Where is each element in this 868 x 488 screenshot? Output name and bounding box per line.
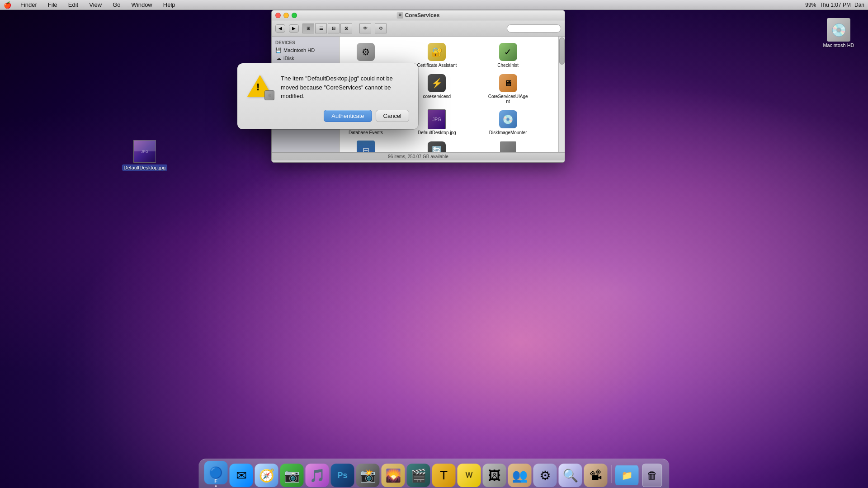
iphoto-dock-icon: 🌄 — [382, 464, 405, 487]
coreservicesd-icon: ⚡ — [427, 73, 447, 93]
finder-titlebar: ⚙ CoreServices — [272, 10, 565, 20]
view-list[interactable]: ☰ — [315, 23, 327, 33]
finder-item-coreservicesd[interactable]: ⚡ coreservicesd — [414, 71, 459, 106]
alert-buttons: Authenticate Cancel — [246, 110, 409, 122]
cancel-button[interactable]: Cancel — [376, 110, 409, 122]
back-button[interactable]: ◀ — [275, 24, 285, 33]
mail-dock-icon: ✉ — [230, 464, 253, 487]
dock-facetime[interactable]: 📷 — [280, 464, 304, 487]
alert-message: The item "DefaultDesktop.jpg" could not … — [281, 72, 409, 101]
folder-dock-icon: 📁 — [615, 464, 639, 487]
hd-sidebar-icon: 💾 — [275, 47, 282, 53]
finder-dock-icon: 🔵 F — [204, 461, 228, 484]
sidebar-idisk[interactable]: ☁ iDisk — [272, 54, 339, 62]
sidebar-macintosh-hd[interactable]: 💾 Macintosh HD — [272, 46, 339, 54]
finder-item-diskimage[interactable]: 💿 DiskImageMounter — [486, 108, 531, 137]
menubar-right: 99% Thu 1:07 PM Dan — [805, 2, 864, 8]
desktop-file-icon[interactable]: JPG DefaultDesktop.jpg — [127, 140, 163, 171]
dock-dvd[interactable]: 📽 — [584, 464, 608, 487]
dock-folder-item[interactable]: 📁 — [615, 464, 639, 487]
menubar-battery: 99% — [805, 2, 816, 8]
magnifier-dock-icon: 🔍 — [559, 464, 582, 487]
menubar-left: 🍎 Finder File Edit View Go Window Help — [4, 1, 177, 9]
menubar-help[interactable]: Help — [161, 1, 177, 8]
cacheserver-icon: ⚙ — [356, 42, 376, 62]
diskimage-icon: 💿 — [498, 109, 518, 129]
photoshop-dock-icon: Ps — [331, 464, 354, 487]
finder-window-title: CoreServices — [405, 12, 440, 19]
menubar-time: Thu 1:07 PM — [820, 2, 851, 8]
maximize-button[interactable] — [292, 13, 297, 18]
finder-scrollbar[interactable] — [558, 37, 565, 152]
dock-photo-booth[interactable]: 🖼 — [483, 464, 506, 487]
db-events-label: Database Events — [349, 130, 383, 135]
desktop: 🍎 Finder File Edit View Go Window Help 9… — [0, 0, 868, 488]
dotmacsync-icon: 🔄 — [427, 141, 447, 152]
desktop-file-thumbnail: JPG — [133, 140, 156, 163]
menubar: 🍎 Finder File Edit View Go Window Help 9… — [0, 0, 868, 10]
dock-imovie[interactable]: 🎬 — [407, 464, 430, 487]
finder-item-dock[interactable]: ⊟ Dock — [343, 139, 388, 152]
sidebar-idisk-label: iDisk — [283, 56, 294, 61]
finder-item-certificate[interactable]: 🔐 Certificate Assistant — [414, 40, 459, 70]
desktop-file-label: DefaultDesktop.jpg — [122, 164, 168, 171]
dock-finder[interactable]: 🔵 F — [204, 461, 228, 487]
menubar-view[interactable]: View — [87, 1, 104, 8]
idisk-icon: ☁ — [275, 55, 282, 61]
dock-iphoto[interactable]: 🌄 — [382, 464, 405, 487]
apple-menu[interactable]: 🍎 — [4, 1, 11, 9]
finder-item-coreservices-ui[interactable]: 🖥 CoreServicesUIAgent — [486, 71, 531, 106]
default-desktop-label: DefaultDesktop.jpg — [418, 130, 456, 135]
finder-search-input[interactable] — [507, 24, 561, 33]
item12-icon — [498, 141, 518, 152]
menubar-finder[interactable]: Finder — [19, 1, 39, 8]
itunes-dock-icon: 🎵 — [306, 464, 329, 487]
finder-item-checklist[interactable]: ✓ CheckInist — [486, 40, 531, 70]
warning-overlay-icon: ⚙ — [264, 90, 274, 100]
finder-statusbar: 96 items, 250.07 GB available — [272, 152, 565, 160]
view-coverflow[interactable]: ⊠ — [340, 23, 352, 33]
pages-dock-icon: T — [432, 464, 456, 487]
dvd-dock-icon: 📽 — [584, 464, 608, 487]
dock: 🔵 F ✉ 🧭 📷 🎵 Ps 📸 🌄 🎬 T — [199, 459, 670, 488]
dock-magnifier[interactable]: 🔍 — [559, 464, 582, 487]
coreservices-ui-label: CoreServicesUIAgent — [487, 94, 529, 104]
menubar-file[interactable]: File — [46, 1, 59, 8]
action-button[interactable]: ⚙ — [375, 23, 387, 33]
view-icons[interactable]: ⊞ — [302, 23, 314, 33]
default-desktop-icon: JPG — [427, 109, 447, 129]
forward-button[interactable]: ▶ — [289, 24, 299, 33]
close-button[interactable] — [275, 13, 281, 18]
dock-safari[interactable]: 🧭 — [255, 464, 278, 487]
alert-icon-container: ⚙ — [246, 72, 274, 99]
dock-notes[interactable]: W — [458, 464, 481, 487]
dock-utility[interactable]: ⚙ — [533, 464, 557, 487]
title-icon: ⚙ — [397, 12, 403, 19]
dock-trash-item[interactable]: 🗑 — [641, 464, 664, 487]
alert-content: ⚙ The item "DefaultDesktop.jpg" could no… — [246, 72, 409, 101]
camera-dock-icon: 📸 — [356, 464, 380, 487]
macintosh-hd-icon[interactable]: 💿 Macintosh HD — [823, 18, 854, 48]
view-buttons: ⊞ ☰ ⊟ ⊠ — [302, 23, 352, 33]
finder-status-text: 96 items, 250.07 GB available — [388, 154, 448, 159]
trash-dock-icon: 🗑 — [641, 464, 664, 487]
dock-mail[interactable]: ✉ — [230, 464, 253, 487]
authenticate-button[interactable]: Authenticate — [324, 110, 372, 122]
dock-pages[interactable]: T — [432, 464, 456, 487]
coreservicesd-label: coreservicesd — [423, 94, 451, 99]
dock-photoshop[interactable]: Ps — [331, 464, 354, 487]
finder-item-default-desktop[interactable]: JPG DefaultDesktop.jpg — [414, 108, 459, 137]
menubar-window[interactable]: Window — [130, 1, 154, 8]
finder-item-12[interactable] — [486, 139, 531, 152]
view-column[interactable]: ⊟ — [328, 23, 340, 33]
dock-people[interactable]: 👥 — [508, 464, 532, 487]
dock-camera[interactable]: 📸 — [356, 464, 380, 487]
menubar-go[interactable]: Go — [111, 1, 122, 8]
menubar-edit[interactable]: Edit — [66, 1, 80, 8]
dock-itunes[interactable]: 🎵 — [306, 464, 329, 487]
photo-booth-dock-icon: 🖼 — [483, 464, 506, 487]
eye-button[interactable]: 👁 — [359, 23, 371, 33]
certificate-label: Certificate Assistant — [417, 63, 457, 68]
finder-item-dotmacsync[interactable]: 🔄 dotmacsyncclent — [414, 139, 459, 152]
minimize-button[interactable] — [283, 13, 289, 18]
